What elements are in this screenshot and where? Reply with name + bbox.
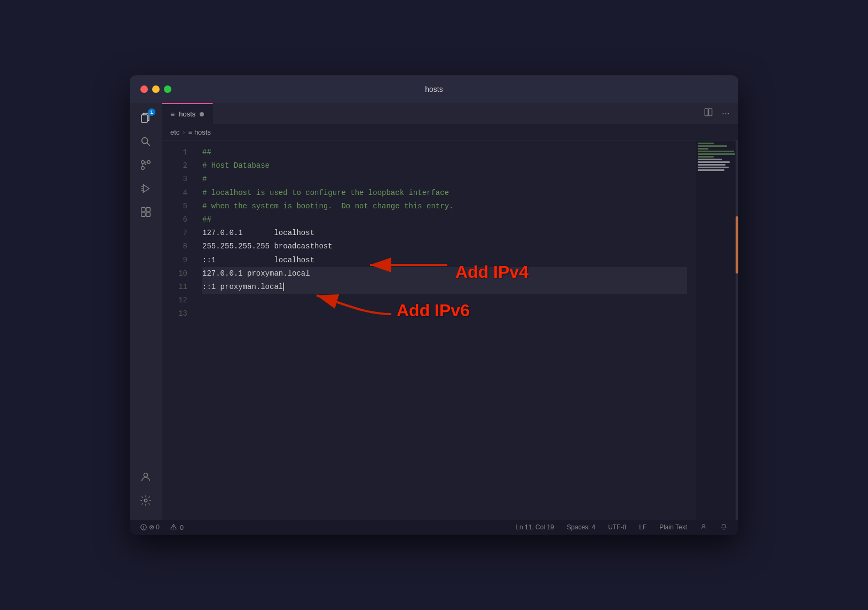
svg-point-26 xyxy=(173,528,173,528)
code-line-13 xyxy=(202,307,687,320)
files-activity-icon[interactable]: 1 xyxy=(135,107,156,129)
error-count: ⊗ 0 xyxy=(149,523,160,531)
svg-rect-1 xyxy=(141,115,147,122)
code-line-10: 127.0.0.1 proxyman.local xyxy=(202,267,687,280)
more-actions-button[interactable]: ··· xyxy=(720,106,732,121)
code-line-6: ## xyxy=(202,213,687,226)
code-line-5: # when the system is booting. Do not cha… xyxy=(202,200,687,213)
svg-point-27 xyxy=(703,524,705,527)
status-warnings[interactable]: 0 xyxy=(168,522,186,533)
source-control-activity-icon[interactable] xyxy=(135,154,156,176)
minimap-scrollbar xyxy=(736,140,738,520)
search-activity-icon[interactable] xyxy=(135,131,156,152)
status-errors[interactable]: ⊗ 0 xyxy=(138,522,162,532)
run-debug-activity-icon[interactable] xyxy=(135,178,156,199)
minimize-button[interactable] xyxy=(152,85,160,93)
tab-file-icon: ≡ xyxy=(170,110,175,119)
account-status-icon[interactable] xyxy=(698,522,709,533)
warning-count: 0 xyxy=(180,524,184,531)
svg-rect-14 xyxy=(146,213,150,216)
account-activity-icon[interactable] xyxy=(135,466,156,488)
svg-point-5 xyxy=(147,161,151,164)
encoding[interactable]: UTF-8 xyxy=(606,522,628,532)
breadcrumb: etc › ≡ hosts xyxy=(162,124,738,140)
code-line-1: ## xyxy=(202,146,687,159)
settings-activity-icon[interactable] xyxy=(135,490,156,511)
svg-rect-18 xyxy=(709,108,712,116)
code-line-9: ::1 localhost xyxy=(202,254,687,267)
cursor-position[interactable]: Ln 11, Col 19 xyxy=(514,522,556,532)
code-line-11: ::1 proxyman.local xyxy=(202,280,687,294)
svg-rect-17 xyxy=(705,108,708,116)
code-line-2: # Host Database xyxy=(202,159,687,173)
main-layout: 1 xyxy=(130,103,738,520)
code-line-3: # xyxy=(202,173,687,186)
svg-point-6 xyxy=(141,167,145,170)
breadcrumb-separator: › xyxy=(183,128,185,136)
code-content[interactable]: ## # Host Database # # localhost is used… xyxy=(194,140,696,520)
svg-point-15 xyxy=(144,473,147,477)
svg-marker-7 xyxy=(143,185,149,193)
files-badge: 1 xyxy=(148,108,155,116)
svg-rect-11 xyxy=(141,208,145,212)
tab-label: hosts xyxy=(179,110,195,118)
minimap xyxy=(696,140,738,520)
indentation[interactable]: Spaces: 4 xyxy=(565,522,597,532)
traffic-lights xyxy=(140,85,171,93)
scrollbar-thumb[interactable] xyxy=(736,216,738,273)
code-line-8: 255.255.255.255 broadcasthost xyxy=(202,240,687,253)
line-numbers: 1 2 3 4 5 6 7 8 9 10 11 12 13 xyxy=(162,140,194,520)
tab-modified-dot xyxy=(200,112,204,116)
window-title: hosts xyxy=(425,85,443,93)
vscode-window: hosts 1 xyxy=(130,75,738,535)
svg-rect-13 xyxy=(141,213,145,216)
status-right: Ln 11, Col 19 Spaces: 4 UTF-8 LF Plain T… xyxy=(514,522,730,533)
title-bar: hosts xyxy=(130,75,738,103)
maximize-button[interactable] xyxy=(164,85,171,93)
code-editor[interactable]: 1 2 3 4 5 6 7 8 9 10 11 12 13 ## # Host … xyxy=(162,140,738,520)
editor-area: ≡ hosts ··· etc › xyxy=(162,103,738,520)
close-button[interactable] xyxy=(140,85,148,93)
tab-bar: ≡ hosts ··· xyxy=(162,103,738,124)
svg-rect-12 xyxy=(146,208,150,212)
notifications-bell-icon[interactable] xyxy=(718,522,730,533)
breadcrumb-hosts[interactable]: ≡ hosts xyxy=(188,128,211,136)
svg-point-4 xyxy=(141,161,145,164)
code-line-4: # localhost is used to configure the loo… xyxy=(202,186,687,200)
code-line-7: 127.0.0.1 localhost xyxy=(202,226,687,240)
extensions-activity-icon[interactable] xyxy=(135,201,156,223)
status-bar: ⊗ 0 0 Ln 11, Col 19 Spaces: 4 UTF-8 LF P… xyxy=(130,520,738,535)
status-left: ⊗ 0 0 xyxy=(138,522,186,533)
svg-line-3 xyxy=(147,143,149,145)
svg-point-16 xyxy=(144,499,147,502)
tab-actions: ··· xyxy=(701,105,738,122)
breadcrumb-etc[interactable]: etc xyxy=(170,128,179,136)
hosts-tab[interactable]: ≡ hosts xyxy=(162,103,213,124)
split-editor-button[interactable] xyxy=(701,105,715,122)
eol[interactable]: LF xyxy=(637,522,649,532)
language-mode[interactable]: Plain Text xyxy=(657,522,689,532)
code-line-12 xyxy=(202,294,687,307)
svg-point-23 xyxy=(143,528,144,529)
text-cursor xyxy=(283,283,284,291)
activity-bar: 1 xyxy=(130,103,162,520)
